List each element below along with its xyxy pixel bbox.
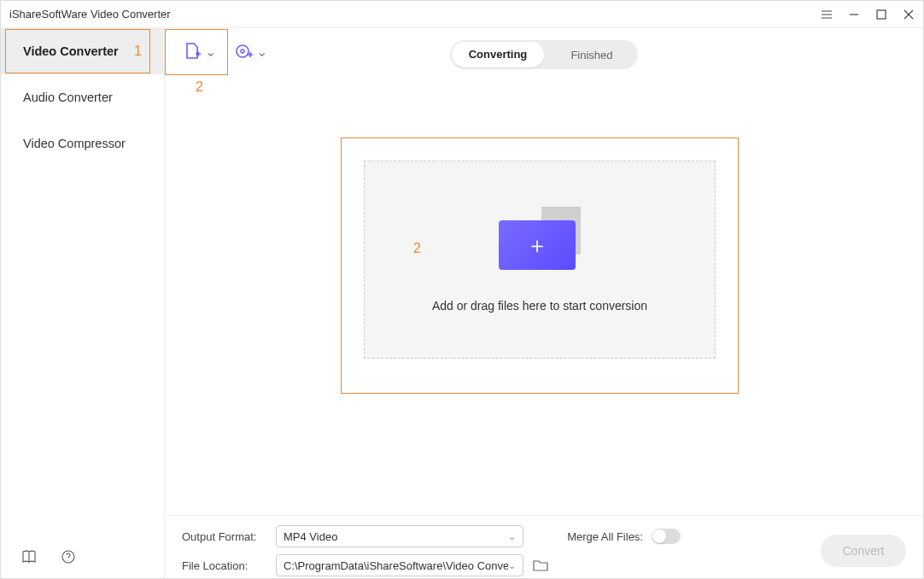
annotation-box-dropzone: ＋ Add or drag files here to start conver…: [341, 137, 739, 394]
open-folder-button[interactable]: [532, 557, 549, 574]
merge-label: Merge All Files:: [532, 530, 643, 543]
window-buttons: [821, 9, 915, 20]
svg-point-2: [237, 45, 249, 57]
add-disc-button[interactable]: ⌄: [225, 28, 276, 74]
output-format-value: MP4 Video: [284, 530, 337, 543]
chevron-down-icon: ⌄: [508, 531, 516, 542]
merge-toggle[interactable]: [652, 529, 681, 544]
titlebar: iShareSoftWare Video Converter: [1, 1, 923, 28]
file-location-select[interactable]: C:\ProgramData\iShareSoftware\Video Conv…: [276, 554, 523, 576]
dropzone[interactable]: ＋ Add or drag files here to start conver…: [364, 161, 716, 359]
app-title: iShareSoftWare Video Converter: [9, 8, 821, 20]
sidebar-item-label: Video Compressor: [23, 137, 126, 150]
file-location-label: File Location:: [182, 559, 267, 572]
close-icon[interactable]: [903, 9, 915, 20]
sidebar: Video Converter Audio Converter Video Co…: [1, 28, 165, 578]
bottom-bar: Output Format: MP4 Video ⌄ Merge All Fil…: [165, 515, 923, 578]
toolbar: ⌄ ⌄ Converting Finished: [165, 28, 923, 74]
chevron-down-icon: ⌄: [508, 560, 516, 571]
chevron-down-icon: ⌄: [256, 44, 267, 60]
help-icon[interactable]: [61, 549, 76, 564]
svg-point-3: [241, 50, 244, 53]
maximize-icon[interactable]: [875, 9, 887, 20]
add-file-button[interactable]: ⌄: [173, 28, 225, 74]
status-segmented: Converting Finished: [450, 40, 638, 69]
sidebar-item-label: Audio Converter: [23, 91, 113, 104]
output-format-label: Output Format:: [182, 530, 267, 543]
tab-converting[interactable]: Converting: [452, 42, 544, 67]
menu-icon[interactable]: [821, 9, 833, 20]
minimize-icon[interactable]: [848, 9, 860, 20]
tab-finished[interactable]: Finished: [546, 49, 638, 61]
output-format-select[interactable]: MP4 Video ⌄: [276, 525, 523, 547]
sidebar-item-audio-converter[interactable]: Audio Converter: [1, 74, 164, 120]
book-icon[interactable]: [21, 549, 37, 564]
file-location-value: C:\ProgramData\iShareSoftware\Video Conv…: [284, 559, 508, 572]
sidebar-item-label: Video Converter: [23, 44, 119, 58]
convert-button[interactable]: Convert: [821, 535, 906, 567]
svg-rect-0: [877, 10, 886, 19]
sidebar-item-video-converter[interactable]: Video Converter: [1, 28, 164, 74]
chevron-down-icon: ⌄: [205, 44, 216, 60]
add-folder-icon: ＋: [499, 207, 581, 275]
sidebar-item-video-compressor[interactable]: Video Compressor: [1, 120, 164, 167]
dropzone-text: Add or drag files here to start conversi…: [432, 299, 647, 313]
